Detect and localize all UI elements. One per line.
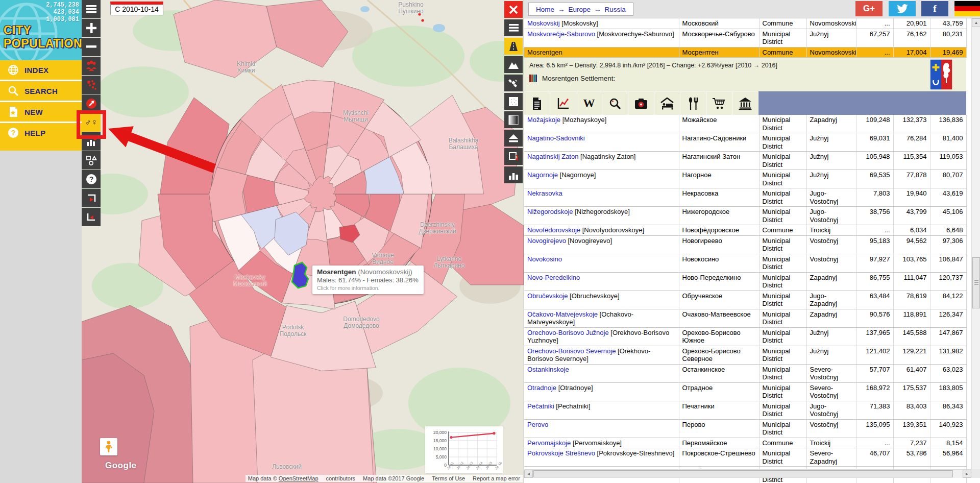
sidebar-item-index[interactable]: INDEX xyxy=(0,60,82,81)
table-row[interactable]: MosrentgenМосрентгенCommuneNovomoskovski… xyxy=(524,47,966,58)
district-link[interactable]: Nekrasovka xyxy=(527,189,562,197)
district-link[interactable]: Pokrovskoje Strešnevo xyxy=(527,449,595,457)
grayscale-overlay-icon[interactable] xyxy=(504,111,523,128)
zoom-in-icon[interactable] xyxy=(82,19,101,37)
menu-icon[interactable] xyxy=(504,19,523,36)
table-row[interactable]: OstankinskojeОстанкинскоеMunicipal Distr… xyxy=(524,364,966,382)
table-row[interactable]: Novo-PeredelkinoНово-ПеределкиноMunicipa… xyxy=(524,272,966,291)
sidebar-item-help[interactable]: ? HELP xyxy=(0,123,82,142)
table-row[interactable]: PerovoПеровоMunicipal DistrictVostočnyj1… xyxy=(524,419,966,438)
district-link[interactable]: Pečatniki xyxy=(527,402,554,410)
chart-marker-icon[interactable] xyxy=(82,132,101,151)
table-row[interactable]: Novogirejevo [Novogireyevo]НовогиреевоMu… xyxy=(524,235,966,254)
sights-icon[interactable] xyxy=(732,91,758,115)
facebook-icon[interactable]: f xyxy=(921,1,948,16)
menu-icon[interactable] xyxy=(82,0,101,18)
district-link[interactable]: Otradnoje xyxy=(527,384,556,392)
population-people-icon[interactable] xyxy=(82,57,101,75)
table-row[interactable]: Novofëdorovskoje [Novofyodorovskoye]Ново… xyxy=(524,225,966,236)
photos-icon[interactable] xyxy=(628,91,654,115)
table-row[interactable]: Nagatinskij Zaton [Nagatinsky Zaton]Нага… xyxy=(524,152,966,170)
district-link[interactable]: Nagatino-Sadovniki xyxy=(527,134,585,142)
sidebar-item-new[interactable]: NEW xyxy=(0,102,82,123)
table-row[interactable]: Pokrovskoje Strešnevo [Pokrovskoye-Stres… xyxy=(524,448,966,467)
table-row[interactable]: NekrasovkaНекрасовкаMunicipal DistrictJu… xyxy=(524,188,966,207)
dot-density-icon[interactable] xyxy=(82,76,101,94)
swap-layer-icon[interactable] xyxy=(504,148,523,165)
table-row[interactable]: Moskovskij [Moskovsky]МосковскийCommuneN… xyxy=(524,18,966,29)
district-link[interactable]: Obručevskoje xyxy=(527,292,568,300)
document-icon[interactable] xyxy=(524,91,550,115)
district-link[interactable]: Novo-Peredelkino xyxy=(527,274,580,281)
table-row[interactable]: Orechovo-Borisovo Južnoje [Orekhovo-Bori… xyxy=(524,327,966,346)
table-row[interactable]: Očakovo-Matvejevskoje [Ochakovo-Matveyev… xyxy=(524,309,966,327)
germany-flag-icon[interactable] xyxy=(954,1,980,16)
table-row[interactable]: Otradnoje [Otradnoye]ОтрадноеMunicipal D… xyxy=(524,382,966,401)
district-link[interactable]: Nagornoje xyxy=(527,171,558,179)
breadcrumb-home[interactable]: Home xyxy=(536,6,554,13)
google-plus-icon[interactable]: G+ xyxy=(855,1,883,16)
close-icon[interactable] xyxy=(504,1,523,18)
district-link[interactable]: Moskvorečje-Saburovo xyxy=(527,30,595,38)
table-row[interactable]: Orechovo-Borisovo Severnoje [Orekhovo-Bo… xyxy=(524,346,966,364)
site-logo[interactable]: 2,745,238 423,034 1,003,081 CITY POPULAT… xyxy=(0,0,82,60)
district-link[interactable]: Orechovo-Borisovo Južnoje xyxy=(527,329,609,336)
district-link[interactable]: Novogirejevo xyxy=(527,237,566,245)
district-link[interactable]: Ostankinskoje xyxy=(527,366,569,373)
table-row[interactable]: Obručevskoje [Obruchevskoye]ОбручевскоеM… xyxy=(524,291,966,309)
eject-icon[interactable] xyxy=(504,130,523,147)
district-link[interactable]: Orechovo-Borisovo Severnoje xyxy=(527,347,616,355)
gender-icon[interactable]: ♂♀ xyxy=(82,113,101,132)
map-canvas[interactable] xyxy=(82,0,524,483)
scroll-up-icon[interactable]: ▲ xyxy=(972,18,980,27)
district-link[interactable]: Očakovo-Matvejevskoje xyxy=(527,310,598,318)
breadcrumb-europe[interactable]: Europe xyxy=(569,6,591,13)
vertical-scroll-thumb[interactable] xyxy=(972,257,980,308)
district-link[interactable]: Novofëdorovskoje xyxy=(527,226,580,234)
table-row[interactable]: NovokosinoНовокосиноMunicipal DistrictVo… xyxy=(524,254,966,272)
census-date-badge[interactable]: C 2010-10-14 xyxy=(110,2,163,15)
road-map-icon[interactable] xyxy=(504,38,523,55)
district-link[interactable]: Moskovskij xyxy=(527,19,560,27)
breadcrumb-russia[interactable]: Russia xyxy=(605,6,626,13)
search-icon[interactable] xyxy=(602,91,628,115)
table-row[interactable]: Moskvorečje-Saburovo [Moskvorechye-Sabur… xyxy=(524,29,966,47)
scroll-right-icon[interactable]: ► xyxy=(963,470,971,478)
help-icon[interactable]: ? xyxy=(82,170,101,188)
district-link[interactable]: Novokosino xyxy=(527,255,562,263)
zoom-out-icon[interactable] xyxy=(82,38,101,56)
pegman-icon[interactable] xyxy=(100,438,117,455)
table-row[interactable]: Nižegorodskoje [Nizhegorodskoye]Нижегоро… xyxy=(524,207,966,225)
terrain-icon[interactable] xyxy=(504,56,523,73)
table-row[interactable]: Pečatniki [Pechatniki]ПечатникиMunicipal… xyxy=(524,401,966,419)
vertical-scrollbar[interactable]: ▲ ▼ xyxy=(971,18,980,478)
shopping-icon[interactable] xyxy=(706,91,732,115)
district-link[interactable]: Nagatinskij Zaton xyxy=(527,153,578,160)
district-link[interactable]: Mosrentgen xyxy=(527,49,562,56)
hotels-icon[interactable] xyxy=(654,91,680,115)
table-row[interactable]: Nagatino-SadovnikiНагатино-СадовникиMuni… xyxy=(524,133,966,152)
scroll-left-icon[interactable]: ◄ xyxy=(524,470,533,478)
restaurants-icon[interactable] xyxy=(680,91,706,115)
wikipedia-icon[interactable]: W xyxy=(576,91,602,115)
horizontal-scroll-thumb[interactable] xyxy=(533,470,953,477)
twitter-icon[interactable] xyxy=(889,1,916,16)
step-back-icon[interactable] xyxy=(82,189,101,207)
chart-icon[interactable] xyxy=(550,91,576,115)
arrow-marker-icon[interactable] xyxy=(82,94,101,113)
table-row[interactable]: Pervomajskoje [Pervomaiskoye]Первомайско… xyxy=(524,438,966,448)
sidebar-item-search[interactable]: SEARCH xyxy=(0,81,82,102)
district-link[interactable]: Perovo xyxy=(527,421,548,428)
district-link[interactable]: Nižegorodskoje xyxy=(527,208,573,215)
table-row[interactable]: Nagornoje [Nagornoye]НагорноеMunicipal D… xyxy=(524,170,966,188)
step-forward-icon[interactable] xyxy=(82,208,101,226)
plain-overlay-icon[interactable] xyxy=(504,93,523,110)
district-link[interactable]: Pervomajskoje xyxy=(527,439,571,447)
terms-of-use-link[interactable]: Terms of Use xyxy=(432,475,465,481)
highlighted-district-mosrentgen[interactable] xyxy=(292,262,308,288)
satellite-icon[interactable] xyxy=(504,75,523,91)
report-map-error-link[interactable]: Report a map error xyxy=(473,475,520,481)
table-row[interactable]: Možajskoje [Mozhayskoye]МожайскоеMunicip… xyxy=(524,115,966,133)
chart-icon[interactable] xyxy=(504,166,523,183)
shapes-icon[interactable] xyxy=(82,151,101,170)
